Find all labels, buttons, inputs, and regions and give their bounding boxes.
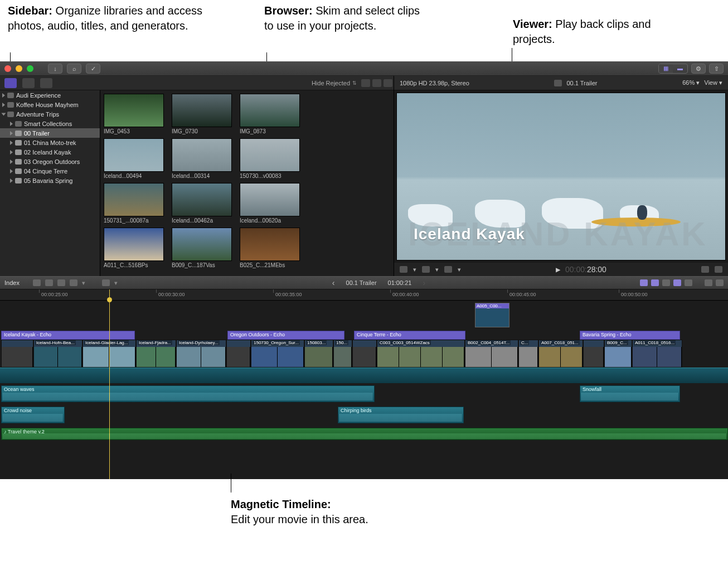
sidebar-item[interactable]: 00 Trailer [0, 128, 100, 138]
clip-display-icon[interactable] [685, 279, 692, 286]
video-clip[interactable]: A007_C018_051... [538, 340, 583, 368]
list-view-icon[interactable] [372, 79, 381, 87]
video-clip[interactable]: C003_C003_0514WZacs [377, 340, 465, 368]
transitions-browser-icon[interactable] [716, 279, 724, 286]
video-clip[interactable] [226, 340, 251, 368]
connect-clip-icon[interactable] [33, 279, 41, 286]
photos-audio-sidebar-icon[interactable] [22, 78, 35, 88]
ruler-mark: 00:00:40:00 [392, 292, 419, 297]
sidebar-item[interactable]: 01 China Moto-trek [0, 138, 100, 147]
video-clip[interactable]: B002_C004_0514T... [465, 340, 518, 368]
history-forward-button[interactable]: › [423, 278, 425, 287]
browser-clip[interactable]: B009_C...187Vas [172, 228, 232, 270]
clip-appearance-icon[interactable] [361, 79, 370, 87]
audio-clip[interactable]: Snowfall [580, 385, 680, 402]
video-clip[interactable]: A011_C018_0516... [632, 340, 682, 368]
audio-clip[interactable]: Ocean waves [1, 385, 375, 402]
browser-clip[interactable]: 150730...v00083 [240, 138, 300, 181]
browser-clip[interactable]: IMG_0453 [104, 94, 164, 136]
effects-browser-icon[interactable] [705, 279, 712, 286]
video-clip[interactable] [352, 340, 377, 368]
browser-clip[interactable]: Iceland...00462a [172, 183, 232, 225]
titles-generators-sidebar-icon[interactable] [40, 78, 52, 88]
view-menu[interactable]: View ▾ [704, 79, 722, 86]
solo-icon[interactable] [662, 279, 670, 286]
annotation-sidebar: Sidebar: Organize libraries and access p… [8, 3, 208, 33]
skimming-icon[interactable] [640, 279, 648, 286]
video-clip[interactable]: 150730_Oregon_Sur... [251, 340, 304, 368]
timeline[interactable]: 00:00:25:0000:00:30:0000:00:35:0000:00:4… [0, 289, 728, 479]
search-icon[interactable] [384, 79, 392, 87]
history-back-button[interactable]: ‹ [332, 278, 335, 287]
inspector-button[interactable]: ⚙ [691, 64, 706, 74]
zoom-menu[interactable]: 66% ▾ [682, 79, 700, 86]
timeline-toolbar: Index ▾ ▾ ‹ 00.1 Trailer 01:00:21 › [0, 276, 728, 289]
video-clip[interactable]: Iceland-Hofn-Bea... [33, 340, 82, 368]
libraries-sidebar-icon[interactable] [4, 78, 17, 88]
browser-panel[interactable]: IMG_0453IMG_0730IMG_0873Iceland...00494I… [100, 90, 394, 276]
viewer-canvas[interactable]: ICELAND KAYAK Iceland Kayak [396, 93, 726, 260]
video-clip[interactable]: Iceland-Dyrholaey... [176, 340, 226, 368]
video-clip[interactable]: B009_C... [604, 340, 632, 368]
transform-menu-icon[interactable] [422, 266, 430, 273]
title-clip[interactable]: Bavaria Spring - Echo [580, 331, 680, 340]
sidebar-item[interactable]: Smart Collections [0, 119, 100, 128]
sidebar-item[interactable]: Adventure Trips [0, 109, 100, 119]
title-clip[interactable]: Cinque Terre - Echo [354, 331, 465, 340]
browser-clip[interactable]: A011_C...516BPs [104, 228, 164, 270]
video-clip[interactable]: Iceland-Fjadra... [136, 340, 176, 368]
audio-clip[interactable]: Crowd noise [1, 407, 65, 423]
audio-clip[interactable]: Chirping birds [338, 407, 464, 423]
title-clip[interactable]: Oregon Outdoors - Echo [227, 331, 344, 340]
audio-skimming-icon[interactable] [651, 279, 659, 286]
browser-clip[interactable]: Iceland...00620a [240, 183, 300, 225]
sidebar-item[interactable]: 04 Cinque Terre [0, 166, 100, 176]
sidebar-item[interactable]: Koffee House Mayhem [0, 100, 100, 109]
video-clip[interactable] [1, 340, 33, 368]
browser-clip[interactable]: 150731_...00087a [104, 183, 164, 225]
zoom-dot[interactable] [27, 65, 33, 72]
keyword-button[interactable]: ⌕ [67, 64, 81, 74]
close-dot[interactable] [4, 65, 11, 72]
browser-toggle[interactable]: ▦ [659, 64, 673, 73]
share-button[interactable]: ⇧ [709, 64, 724, 74]
retime-menu-icon[interactable] [444, 266, 452, 273]
fullscreen-icon[interactable] [715, 266, 722, 273]
background-tasks-button[interactable]: ✓ [86, 64, 100, 74]
video-clip[interactable]: C... [518, 340, 538, 368]
workspace-toggle[interactable]: ▦▬ [658, 64, 688, 74]
select-tool-icon[interactable] [102, 279, 110, 286]
browser-clip[interactable]: IMG_0873 [240, 94, 300, 136]
browser-clip[interactable]: Iceland...00494 [104, 138, 164, 181]
sidebar-item[interactable]: 02 Iceland Kayak [0, 147, 100, 157]
append-clip-icon[interactable] [57, 279, 65, 286]
loop-icon[interactable] [701, 266, 709, 273]
overwrite-clip-icon[interactable] [70, 279, 77, 286]
browser-clip[interactable]: IMG_0730 [172, 94, 232, 136]
sidebar-item[interactable]: 03 Oregon Outdoors [0, 157, 100, 166]
app-window: ↓ ⌕ ✓ ▦▬ ⚙ ⇧ Hide Rejected⇅ [0, 61, 728, 479]
playhead[interactable] [109, 289, 110, 479]
sidebar-item[interactable]: 05 Bavaria Spring [0, 176, 100, 185]
music-clip[interactable]: ♪ Travel theme v.2 [1, 428, 728, 440]
viewer-controls: ▾ ▾ ▾ ▶ 00:00:28:00 [394, 263, 728, 276]
insert-clip-icon[interactable] [45, 279, 53, 286]
minimize-dot[interactable] [16, 65, 22, 72]
sidebar[interactable]: Audi ExperienceKoffee House MayhemAdvent… [0, 90, 100, 276]
angle-menu-icon[interactable] [400, 266, 407, 273]
import-button[interactable]: ↓ [48, 64, 62, 74]
browser-clip[interactable]: B025_C...21MEbs [240, 228, 300, 270]
video-clip[interactable]: 150803... [304, 340, 333, 368]
timeline-index-button[interactable]: Index [4, 279, 20, 286]
ruler-mark: 00:00:50:00 [621, 292, 648, 297]
video-clip[interactable]: 150... [333, 340, 352, 368]
leader-line [231, 474, 231, 492]
snapping-icon[interactable] [673, 279, 681, 286]
browser-clip[interactable]: Iceland...00314 [172, 138, 232, 181]
sidebar-item[interactable]: Audi Experience [0, 90, 100, 100]
title-clip[interactable]: Iceland Kayak - Echo [1, 331, 135, 340]
timeline-toggle[interactable]: ▬ [673, 64, 687, 73]
filter-menu[interactable]: Hide Rejected⇅ [308, 80, 360, 86]
connected-clip[interactable]: A005_C00... [475, 303, 509, 327]
video-clip[interactable] [583, 340, 604, 368]
